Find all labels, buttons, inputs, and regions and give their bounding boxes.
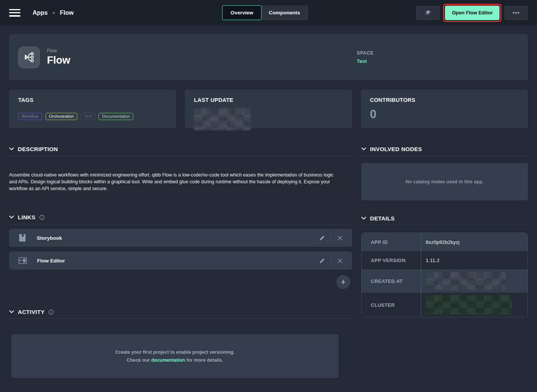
description-text: Assemble cloud-native workflows with min…: [9, 172, 334, 192]
table-row-app-version: APP VERSION 1.11.2: [362, 251, 528, 269]
chevron-down-icon: [361, 217, 366, 220]
activity-section: ACTIVITY Create your first project to en…: [9, 309, 352, 378]
activity-message-line2: Check our documentation for more details…: [127, 358, 223, 363]
row-label: CREATED AT: [362, 278, 421, 284]
link-row-flow-editor[interactable]: Flow Editor: [9, 251, 352, 270]
close-icon: [337, 258, 342, 263]
remove-link-button[interactable]: [335, 233, 345, 243]
edit-link-button[interactable]: [317, 233, 327, 243]
tag-documentation[interactable]: Documentation: [98, 113, 133, 120]
pin-button[interactable]: [416, 6, 440, 20]
links-header[interactable]: LINKS: [9, 214, 352, 224]
row-label: APP VERSION: [362, 258, 421, 263]
contributors-card: CONTRIBUTORS 0: [361, 89, 528, 128]
chevron-down-icon: [9, 147, 14, 151]
app-id-value: 8xz0p92b2kyzj: [426, 239, 459, 245]
divider: [331, 256, 331, 265]
tab-overview[interactable]: Overview: [222, 5, 262, 20]
view-tabs: Overview Components: [222, 5, 308, 20]
tab-components[interactable]: Components: [261, 5, 308, 20]
right-column: INVOLVED NODES No catalog nodes used in …: [361, 146, 528, 378]
documentation-link[interactable]: documentation: [151, 358, 185, 363]
row-label: APP ID: [362, 239, 421, 245]
close-icon: [337, 236, 342, 241]
app-titles: Flow Flow: [47, 48, 70, 66]
tags-card: TAGS Workflow Orchestration Test Documen…: [9, 89, 176, 128]
links-title: LINKS: [18, 214, 36, 220]
tags-card-title: TAGS: [18, 97, 167, 103]
link-actions: [317, 256, 345, 266]
summary-cards-row: TAGS Workflow Orchestration Test Documen…: [9, 89, 528, 128]
description-header[interactable]: DESCRIPTION: [9, 146, 352, 156]
chevron-down-icon: [9, 216, 14, 219]
last-update-title: LAST UPDATE: [194, 97, 343, 103]
tag-test[interactable]: Test: [81, 113, 95, 120]
window-icon: [19, 257, 27, 264]
add-link-button[interactable]: +: [336, 275, 350, 289]
ellipsis-icon: •••: [512, 10, 520, 16]
link-label: Flow Editor: [37, 258, 65, 264]
chevron-down-icon: [9, 310, 14, 314]
activity-message-line1: Create your first project to enable proj…: [115, 350, 234, 355]
space-label: SPACE: [357, 50, 519, 56]
breadcrumb-current: Flow: [60, 9, 73, 16]
details-table: APP ID 8xz0p92b2kyzj APP VERSION 1.11.2 …: [361, 233, 528, 317]
last-update-redacted-value: [194, 108, 251, 130]
activity-title: ACTIVITY: [18, 309, 45, 315]
topbar-actions: Open Flow Editor •••: [416, 4, 528, 22]
cluster-redacted-value: [426, 295, 512, 315]
left-column: DESCRIPTION Assemble cloud-native workfl…: [9, 146, 352, 378]
link-actions: [317, 233, 345, 243]
activity-line2-prefix: Check our: [127, 358, 151, 363]
activity-line2-suffix: for more details.: [185, 358, 223, 363]
pushpin-icon: [425, 9, 431, 16]
contributors-count: 0: [370, 108, 519, 121]
add-link-row: +: [9, 275, 352, 289]
details-title: DETAILS: [370, 215, 395, 222]
links-section: LINKS Storybook: [9, 214, 352, 289]
pencil-icon: [319, 258, 325, 264]
divider: [331, 233, 331, 243]
description-section: DESCRIPTION Assemble cloud-native workfl…: [9, 146, 352, 192]
involved-nodes-header[interactable]: INVOLVED NODES: [361, 146, 528, 156]
space-value-link[interactable]: Test: [357, 58, 519, 64]
description-title: DESCRIPTION: [18, 146, 58, 152]
main-grid: DESCRIPTION Assemble cloud-native workfl…: [9, 146, 528, 378]
tags-list: Workflow Orchestration Test Documentatio…: [18, 113, 167, 120]
chevron-down-icon: [361, 147, 366, 151]
details-section: DETAILS APP ID 8xz0p92b2kyzj APP VERSION…: [361, 215, 528, 317]
open-flow-editor-button[interactable]: Open Flow Editor: [445, 6, 500, 20]
remove-link-button[interactable]: [335, 256, 345, 265]
involved-nodes-empty-message: No catalog nodes used in this app.: [406, 179, 484, 184]
table-row-cluster: CLUSTER: [362, 293, 528, 317]
pencil-icon: [319, 235, 325, 241]
info-icon[interactable]: [48, 309, 54, 315]
app-version-value: 1.11.2: [426, 258, 440, 263]
page-content: Flow Flow SPACE Test TAGS Workflow Orche…: [0, 25, 537, 378]
edit-link-button[interactable]: [317, 256, 327, 266]
activity-empty-state: Create your first project to enable proj…: [11, 334, 339, 378]
more-options-button[interactable]: •••: [504, 6, 528, 20]
breadcrumb-apps[interactable]: Apps: [33, 9, 48, 16]
link-row-storybook[interactable]: Storybook: [9, 229, 352, 247]
app-header-card: Flow Flow SPACE Test: [9, 34, 528, 80]
involved-nodes-section: INVOLVED NODES No catalog nodes used in …: [361, 146, 528, 200]
details-header[interactable]: DETAILS: [361, 215, 528, 225]
tag-orchestration[interactable]: Orchestration: [45, 113, 77, 120]
involved-nodes-title: INVOLVED NODES: [370, 146, 422, 152]
tag-workflow[interactable]: Workflow: [18, 113, 42, 120]
table-row-created-at: CREATED AT: [362, 269, 528, 293]
breadcrumb-separator-dot: [53, 12, 55, 14]
space-info: SPACE Test: [357, 50, 519, 64]
flow-app-icon: [18, 47, 40, 68]
book-icon: [19, 234, 27, 242]
menu-icon[interactable]: [9, 9, 20, 17]
contributors-title: CONTRIBUTORS: [370, 97, 519, 103]
table-row-app-id: APP ID 8xz0p92b2kyzj: [362, 233, 528, 251]
info-icon[interactable]: [39, 215, 45, 220]
app-type-label: Flow: [47, 48, 70, 53]
link-label: Storybook: [37, 235, 62, 241]
row-label: CLUSTER: [362, 302, 421, 308]
activity-header[interactable]: ACTIVITY: [9, 309, 352, 319]
breadcrumb: Apps Flow: [33, 9, 73, 16]
